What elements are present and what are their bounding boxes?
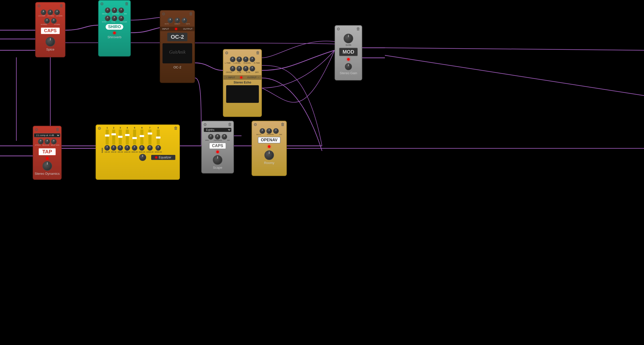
stereogain-footswitch[interactable] [345,63,352,70]
stereoecho-knob-rlevel[interactable] [243,57,249,62]
scape-dropdown[interactable]: Eighths [204,128,231,132]
stereoecho-knob-llevel[interactable] [236,57,242,62]
sd-release: RELEASE [42,144,49,146]
eq-ch5-label: 5 [134,126,135,129]
eq-fader5[interactable] [133,130,136,145]
stereodyn-knob-mkupgain[interactable] [51,139,57,144]
eq-knob2[interactable] [111,145,116,151]
shiroverb-trash-icon[interactable]: 🗑 [125,2,129,6]
spice-name-label: Spice [46,48,55,51]
eq-knob6[interactable] [139,145,145,151]
roomy-trash-icon[interactable]: 🗑 [281,122,285,127]
spice-knob-higain[interactable] [51,18,57,24]
scape-footswitch[interactable] [213,155,222,165]
spice-knob-locomp[interactable] [41,10,46,15]
scape-knob-bpm[interactable] [208,134,214,140]
eq-trash-icon[interactable]: 🗑 [174,126,178,131]
pedal-oc2: ⚙ 🗑 OCT2 DIRECT OCT1 INPUT OUTPUT OC-2 G… [160,10,195,83]
spice-knob-lofreq[interactable] [48,10,53,15]
stereoecho-knob-lfb[interactable] [236,66,242,71]
oc2-knob-oct1[interactable] [182,18,187,23]
scape-badge: CAPS [209,143,226,149]
stereoecho-knob-dry[interactable] [250,66,255,71]
pedal-scape: ⚙ 🗑 Eighths BPM FEEDBACK MIX CAPS Scape [201,121,234,174]
stereodyn-knob-release[interactable] [45,139,50,144]
spice-trash-icon[interactable]: 🗑 [59,4,63,8]
stereodyn-footswitch[interactable] [43,161,52,171]
eq-fader2[interactable] [112,130,115,145]
svg-line-4 [385,48,644,50]
oc2-knob-direct[interactable] [175,18,180,23]
shiroverb-knob-damping[interactable] [112,8,117,13]
shiroverb-knob-mix[interactable] [118,8,124,13]
eq-fader4[interactable] [126,130,129,145]
eq-fader8[interactable] [157,130,160,145]
eq-knob5[interactable] [132,145,137,151]
eq-badge-area: Equalizer [151,155,175,160]
stereoecho-knob-bfb[interactable] [243,66,249,71]
eq-fader6[interactable] [140,130,143,145]
eq-master-knob[interactable] [139,154,146,161]
shiroverb-label-damping: DAMPING [112,13,119,15]
oc2-gear-icon[interactable]: ⚙ [162,12,165,16]
roomy-knob-decay[interactable] [260,128,265,134]
eq-knob8[interactable] [155,145,161,151]
stereoecho-knob-cross[interactable] [230,66,235,71]
shiroverb-knob-ratio[interactable] [105,16,110,21]
shiroverb-knob-tone[interactable] [112,16,117,21]
scape-knob-feedback[interactable] [215,134,220,140]
scape-knob-mix[interactable] [222,134,227,140]
eq-knob1[interactable] [104,145,110,151]
oc2-label-oct2: OCT2 [165,23,169,25]
roomy-gear-icon[interactable]: ⚙ [254,122,257,127]
eq-freq4: 1000.00 [124,151,130,153]
eq-freq2: 200.00 [111,151,116,153]
spice-footswitch[interactable] [46,37,55,47]
eq-fader3[interactable] [119,130,122,145]
shiroverb-knob-decay[interactable] [105,8,110,13]
roomy-knob-damping[interactable] [266,128,272,134]
roomy-knob-mix[interactable] [273,128,279,134]
scape-led [216,151,219,153]
stereoecho-knob-ltime[interactable] [230,57,235,62]
spice-badge: CAPS [41,27,60,34]
stereogain-trash-icon[interactable]: 🗑 [356,27,360,31]
roomy-footswitch[interactable] [264,150,274,160]
spice-knob-hifreq[interactable] [44,18,50,24]
eq-knob7[interactable] [147,145,153,151]
stereodyn-gear-icon[interactable]: ⚙ [35,127,38,132]
stereoecho-trash-icon[interactable]: 🗑 [256,51,260,55]
stereodyn-knob-attack[interactable] [38,139,44,144]
eq-fader1[interactable] [106,130,109,145]
stereoecho-knob-row2 [230,66,255,71]
shiroverb-gear-icon[interactable]: ⚙ [100,2,104,6]
scape-trash-icon[interactable]: 🗑 [228,122,232,127]
eq-knob3[interactable] [117,145,123,151]
eq-gear-icon[interactable]: ⚙ [98,126,101,131]
shiroverb-knob-shimmer[interactable] [118,16,124,21]
stereoecho-knob-row1 [230,57,255,62]
eq-ch1-label: 1 [106,126,108,129]
oc2-display-text: GuitAnik [163,43,192,55]
roomy-name-label: Roomy [264,161,274,165]
spice-knob-logain[interactable] [54,10,60,15]
eq-freq3: 400.00 [117,151,123,153]
eq-main-area: GAIN 1 100.00 2 200.00 [96,131,179,153]
stereoecho-gear-icon[interactable]: ⚙ [225,51,228,55]
stereogain-gear-icon[interactable]: ⚙ [337,27,340,31]
stereodyn-trash-icon[interactable]: 🗑 [56,127,60,132]
oc2-knob-oct2[interactable] [168,18,173,23]
shiroverb-label-shimmer: ShImmER [120,21,127,23]
stereogain-knob-gain[interactable] [344,34,353,43]
stereodyn-dropdown[interactable]: 2:1 comp at -6 dB [34,133,60,137]
roomy-label-decay: DECAY [256,134,261,135]
eq-fader7[interactable] [148,130,151,145]
spice-label-logain: LO-GAIN [56,15,62,17]
spice-gear-icon[interactable]: ⚙ [37,4,41,8]
oc2-trash-icon[interactable]: 🗑 [189,12,193,16]
scape-gear-icon[interactable]: ⚙ [203,122,207,127]
eq-knob4[interactable] [125,145,130,151]
eq-freq5: 3000.00 [131,151,138,153]
stereoecho-knob-rtime[interactable] [250,57,255,62]
scape-name-label: Scape [213,166,222,169]
